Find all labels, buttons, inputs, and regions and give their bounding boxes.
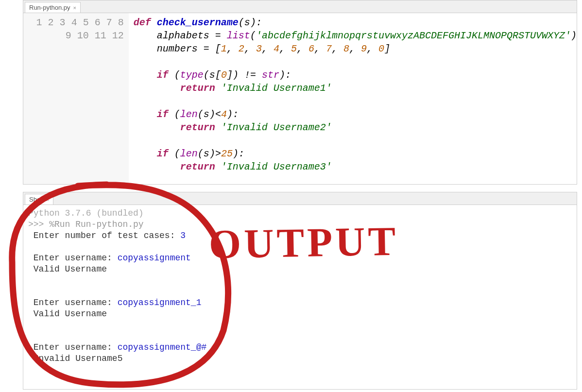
editor-panel: Run-python.py × 1 2 3 4 5 6 7 8 9 10 11 … — [23, 0, 577, 185]
code-text[interactable]: def check_username(s): alphabets = list(… — [129, 13, 577, 184]
shell-banner: Python 3.7.6 (bundled) — [28, 208, 144, 218]
shell-tab[interactable]: Shell × — [25, 194, 53, 205]
shell-output[interactable]: Python 3.7.6 (bundled) >>> %Run Run-pyth… — [23, 205, 577, 367]
code-area[interactable]: 1 2 3 4 5 6 7 8 9 10 11 12 def check_use… — [23, 13, 577, 184]
shell-tab-bar: Shell × — [23, 192, 577, 205]
line-gutter: 1 2 3 4 5 6 7 8 9 10 11 12 — [23, 13, 129, 184]
close-icon[interactable]: × — [46, 197, 49, 203]
shell-panel: Shell × Python 3.7.6 (bundled) >>> %Run … — [23, 192, 577, 390]
editor-tab-bar: Run-python.py × — [23, 0, 577, 13]
close-icon[interactable]: × — [73, 5, 76, 11]
editor-tab-label: Run-python.py — [29, 4, 70, 11]
shell-tab-label: Shell — [29, 196, 43, 203]
shell-prompt: >>> — [28, 220, 49, 229]
editor-tab[interactable]: Run-python.py × — [25, 2, 81, 13]
shell-command: %Run Run-python.py — [49, 220, 143, 229]
